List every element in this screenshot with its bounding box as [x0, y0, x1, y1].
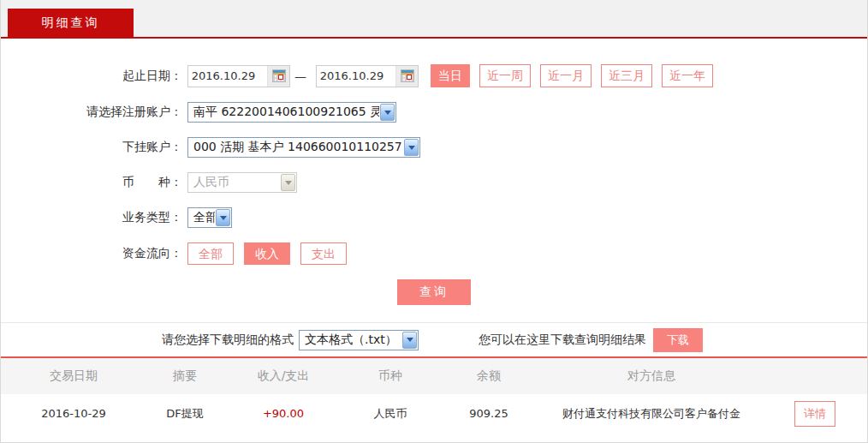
sub-account-label: 下挂账户：	[1, 140, 182, 155]
register-account-label: 请选择注册账户：	[1, 105, 182, 120]
start-date-calendar-button[interactable]	[267, 66, 289, 87]
currency-row: 币 种： 人民币	[1, 172, 867, 193]
chevron-down-icon	[402, 332, 417, 349]
download-button[interactable]: 下载	[653, 328, 703, 352]
detail-query-page: 明细查询 起止日期： — 当日 近一周 近一月 近三月 近一	[0, 0, 868, 443]
table-header: 交易日期 摘要 收入/支出 币种 余额 对方信息	[1, 358, 867, 394]
download-format-label: 请您选择下载明细的格式	[162, 332, 294, 348]
calendar-icon	[272, 69, 286, 82]
business-type-row: 业务类型： 全部	[1, 207, 867, 228]
start-date-field	[187, 65, 290, 87]
download-bar: 请您选择下载明细的格式 文本格式（.txt） 您可以在这里下载查询明细结果 下载	[1, 322, 867, 356]
query-form: 起止日期： — 当日 近一周 近一月 近三月 近一年 请选择注册账户：	[1, 39, 867, 305]
currency-value: 人民币	[188, 175, 280, 190]
register-account-select[interactable]: 南平 6222001406100921065 灵通卡	[187, 102, 396, 123]
cell-balance: 909.25	[437, 407, 540, 420]
register-account-value: 南平 6222001406100921065 灵通卡	[188, 105, 379, 120]
header-balance: 余额	[437, 368, 540, 384]
date-range-separator: —	[294, 69, 306, 83]
fund-flow-all-button[interactable]: 全部	[187, 242, 234, 265]
date-range-row: 起止日期： — 当日 近一周 近一月 近三月 近一年	[1, 64, 867, 87]
table-row: 2016-10-29 DF提现 +90.00 人民币 909.25 财付通支付科…	[1, 394, 867, 433]
header-trade-date: 交易日期	[1, 368, 146, 384]
end-date-input[interactable]	[317, 67, 387, 86]
detail-button[interactable]: 详情	[794, 401, 835, 427]
quick-range-today-button[interactable]: 当日	[431, 64, 470, 87]
cell-action: 详情	[763, 401, 867, 427]
chevron-down-icon	[404, 139, 419, 156]
business-type-select[interactable]: 全部	[187, 207, 232, 228]
header-income-expense: 收入/支出	[223, 368, 343, 384]
cell-counterparty: 财付通支付科技有限公司客户备付金	[540, 406, 763, 422]
cell-amount: +90.00	[223, 407, 343, 420]
chevron-down-icon	[281, 174, 295, 191]
cell-trade-date: 2016-10-29	[1, 407, 146, 420]
quick-range-year-button[interactable]: 近一年	[662, 64, 713, 87]
business-type-label: 业务类型：	[1, 210, 182, 225]
header-summary: 摘要	[146, 368, 223, 384]
query-button[interactable]: 查询	[397, 279, 471, 305]
download-hint: 您可以在这里下载查询明细结果	[479, 332, 646, 348]
currency-label: 币 种：	[1, 175, 182, 190]
register-account-row: 请选择注册账户： 南平 6222001406100921065 灵通卡	[1, 102, 867, 123]
tab-detail-query[interactable]: 明细查询	[8, 9, 134, 37]
chevron-down-icon	[380, 104, 395, 121]
calendar-icon	[401, 69, 414, 82]
start-date-input[interactable]	[188, 67, 259, 86]
fund-flow-expense-button[interactable]: 支出	[300, 242, 347, 265]
header-counterparty: 对方信息	[540, 368, 763, 384]
quick-range-week-button[interactable]: 近一周	[479, 64, 531, 87]
download-format-select[interactable]: 文本格式（.txt）	[299, 330, 419, 350]
chevron-down-icon	[216, 209, 230, 226]
fund-flow-row: 资金流向： 全部 收入 支出	[1, 242, 867, 265]
end-date-calendar-button[interactable]	[395, 66, 418, 87]
cell-currency: 人民币	[343, 406, 437, 422]
end-date-field	[316, 65, 419, 87]
header-currency: 币种	[343, 368, 437, 384]
business-type-value: 全部	[188, 210, 215, 225]
fund-flow-label: 资金流向：	[1, 246, 182, 261]
download-format-value: 文本格式（.txt）	[300, 332, 401, 348]
sub-account-value: 000 活期 基本户 1406600101102571848	[188, 140, 403, 155]
tab-bar: 明细查询	[1, 0, 867, 37]
sub-account-row: 下挂账户： 000 活期 基本户 1406600101102571848	[1, 137, 867, 158]
date-range-label: 起止日期：	[1, 69, 182, 84]
quick-range-month-button[interactable]: 近一月	[540, 64, 592, 87]
cell-summary: DF提现	[146, 406, 223, 422]
sub-account-select[interactable]: 000 活期 基本户 1406600101102571848	[187, 137, 420, 158]
currency-select: 人民币	[187, 172, 297, 193]
fund-flow-income-button[interactable]: 收入	[244, 242, 290, 265]
quick-range-quarter-button[interactable]: 近三月	[601, 64, 652, 87]
